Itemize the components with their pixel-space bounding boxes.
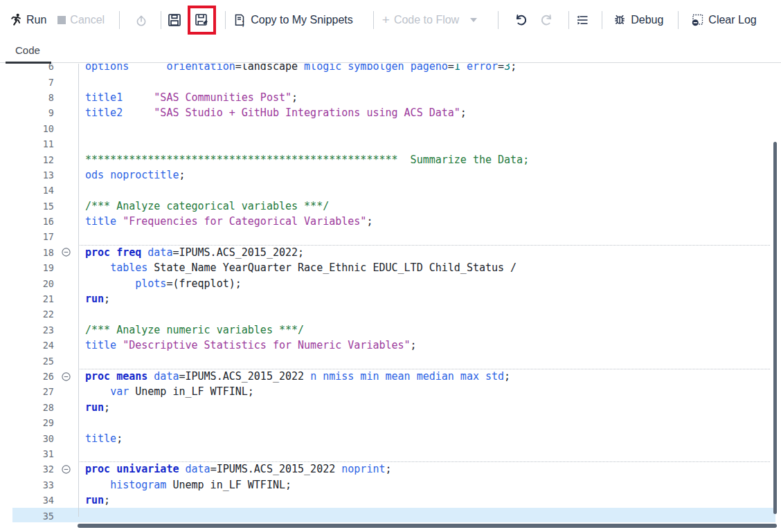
code-line-33[interactable]: 33 histogram Unemp in_LF WTFINL; <box>12 477 775 493</box>
line-number: 23 <box>12 324 54 336</box>
code-line-24[interactable]: 24title "Descriptive Statistics for Nume… <box>12 338 775 353</box>
tab-code[interactable]: Code <box>15 44 40 56</box>
line-number: 34 <box>12 495 54 506</box>
run-icon <box>10 13 22 26</box>
code-text: run; <box>78 401 110 414</box>
code-text: /*** Analyze numeric variables ***/ <box>78 324 304 336</box>
code-line-10[interactable]: 10 <box>12 121 775 136</box>
code-text: proc means data=IPUMS.ACS_2015_2022 n nm… <box>78 370 510 383</box>
line-number: 26 <box>12 371 54 382</box>
snippet-document-icon: ; <box>233 13 246 27</box>
code-line-23[interactable]: 23/*** Analyze numeric variables ***/ <box>12 322 775 338</box>
code-text: histogram Unemp in_LF WTFINL; <box>78 479 291 491</box>
format-code-button[interactable] <box>575 14 589 26</box>
code-line-20[interactable]: 20 plots=(freqplot); <box>12 275 775 291</box>
code-line-26[interactable]: 26proc means data=IPUMS.ACS_2015_2022 n … <box>12 369 775 384</box>
code-line-25[interactable]: 25 <box>12 353 775 368</box>
line-number: 35 <box>12 511 54 522</box>
toolbar-separator <box>678 11 679 29</box>
submission-history-button[interactable] <box>134 13 148 27</box>
line-number: 19 <box>12 262 54 273</box>
line-number: 29 <box>12 417 54 428</box>
debug-button[interactable]: Debug <box>613 13 663 27</box>
code-text: options orientation=landscape mlogic sym… <box>78 64 517 73</box>
format-code-icon <box>575 14 589 26</box>
horizontal-scrollbar[interactable] <box>78 524 777 528</box>
code-line-6[interactable]: 6options orientation=landscape mlogic sy… <box>12 64 775 74</box>
cancel-button[interactable]: Cancel <box>57 14 105 26</box>
save-as-button[interactable] <box>195 13 210 27</box>
code-text: var Unemp in_LF WTFINL; <box>78 385 254 398</box>
cancel-icon <box>57 16 66 24</box>
run-button[interactable]: Run <box>10 13 46 26</box>
clear-log-label: Clear Log <box>708 14 756 26</box>
line-number: 16 <box>12 216 54 227</box>
undo-button[interactable] <box>514 13 528 27</box>
code-text: title; <box>78 432 123 445</box>
line-number: 24 <box>12 340 54 351</box>
code-line-28[interactable]: 28run; <box>12 400 775 415</box>
line-number: 32 <box>12 464 54 475</box>
toolbar-separator <box>498 11 499 29</box>
code-to-flow-button[interactable]: + Code to Flow <box>382 13 477 26</box>
code-line-29[interactable]: 29 <box>12 415 775 430</box>
code-to-flow-label: Code to Flow <box>394 14 459 26</box>
code-line-30[interactable]: 30title; <box>12 430 775 446</box>
code-line-32[interactable]: 32proc univariate data=IPUMS.ACS_2015_20… <box>12 461 775 477</box>
line-number: 20 <box>12 278 54 289</box>
sas-studio-code-editor: Run Cancel <box>0 0 781 532</box>
redo-icon <box>540 13 554 27</box>
clear-log-button[interactable]: Clear Log <box>690 13 756 27</box>
svg-text:;: ; <box>242 17 244 27</box>
line-number: 9 <box>12 107 54 118</box>
gutter-divider <box>78 64 79 517</box>
line-number: 7 <box>12 77 54 88</box>
code-line-13[interactable]: 13ods noproctitle; <box>12 167 775 183</box>
code-line-12[interactable]: 12**************************************… <box>12 152 775 167</box>
fold-collapse-icon[interactable] <box>54 465 78 474</box>
code-line-34[interactable]: 34run; <box>12 493 775 508</box>
code-line-14[interactable]: 14 <box>12 183 775 198</box>
code-line-35[interactable]: 35 <box>12 508 775 522</box>
code-line-17[interactable]: 17 <box>12 229 775 244</box>
chevron-down-icon <box>470 18 477 22</box>
code-editor-rows: 6options orientation=landscape mlogic sy… <box>12 64 775 522</box>
code-line-19[interactable]: 19 tables State_Name YearQuarter Race_Et… <box>12 260 775 275</box>
fold-collapse-icon[interactable] <box>54 248 78 257</box>
tab-bar: Code <box>0 39 781 63</box>
line-number: 17 <box>12 231 54 242</box>
code-line-7[interactable]: 7 <box>12 74 775 89</box>
line-number: 12 <box>12 154 54 165</box>
code-line-11[interactable]: 11 <box>12 136 775 152</box>
code-line-8[interactable]: 8title1 "SAS Communities Post"; <box>12 90 775 105</box>
line-number: 14 <box>12 185 54 196</box>
line-number: 28 <box>12 402 54 413</box>
save-as-icon <box>195 13 210 27</box>
submission-history-icon <box>134 13 148 27</box>
fold-collapse-icon[interactable] <box>54 372 78 381</box>
code-line-16[interactable]: 16title "Frequencies for Categorical Var… <box>12 214 775 229</box>
code-text: run; <box>78 494 110 506</box>
code-line-22[interactable]: 22 <box>12 306 775 322</box>
code-line-27[interactable]: 27 var Unemp in_LF WTFINL; <box>12 384 775 399</box>
code-text: title "Descriptive Statistics for Numeri… <box>78 339 417 351</box>
line-number: 25 <box>12 356 54 367</box>
code-line-21[interactable]: 21run; <box>12 291 775 306</box>
cancel-label: Cancel <box>70 14 105 26</box>
line-number: 6 <box>12 64 54 72</box>
line-number: 27 <box>12 386 54 397</box>
code-line-15[interactable]: 15/*** Analyze categorical variables ***… <box>12 199 775 214</box>
undo-icon <box>514 13 528 27</box>
toolbar: Run Cancel <box>0 0 781 39</box>
copy-to-my-snippets-button[interactable]: ; Copy to My Snippets <box>233 13 353 27</box>
redo-button[interactable] <box>540 13 554 27</box>
line-number: 10 <box>12 123 54 134</box>
code-line-9[interactable]: 9title2 "SAS Studio + GitHub Integration… <box>12 105 775 120</box>
debug-label: Debug <box>631 14 663 26</box>
save-button[interactable] <box>168 13 181 27</box>
code-line-31[interactable]: 31 <box>12 446 775 461</box>
code-line-18[interactable]: 18proc freq data=IPUMS.ACS_2015_2022; <box>12 245 775 260</box>
code-text: title2 "SAS Studio + GitHub Integrations… <box>78 107 467 119</box>
vertical-scrollbar[interactable] <box>773 142 777 514</box>
code-editor[interactable]: 6options orientation=landscape mlogic sy… <box>12 64 775 522</box>
